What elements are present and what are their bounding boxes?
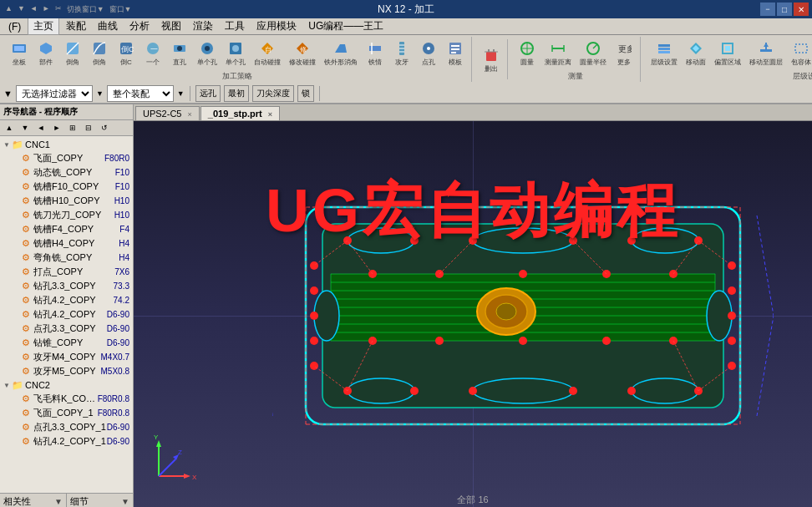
minimize-button[interactable]: － <box>760 3 775 16</box>
assembly-select[interactable]: 整个装配 <box>107 85 174 102</box>
op-icon: ⚙ <box>20 238 32 250</box>
lp-btn-5[interactable]: ⊞ <box>65 121 80 134</box>
tb-btn-zasban[interactable]: 坐板 <box>7 37 32 69</box>
menu-curve[interactable]: 曲线 <box>93 18 123 34</box>
lp-btn-3[interactable]: ◄ <box>33 121 48 134</box>
view-tab-ups2[interactable]: UPS2-C5 × <box>135 106 200 120</box>
tb-btn-chamferc[interactable]: 倒C 倒C <box>114 37 139 69</box>
window-controls[interactable]: － □ ✕ <box>760 3 809 16</box>
tree-item-bend-mill[interactable]: ⚙ 弯角铣_COPY H4 <box>0 251 133 265</box>
menu-analysis[interactable]: 分析 <box>124 18 155 34</box>
menu-view[interactable]: 视图 <box>156 18 186 34</box>
tb-btn-distance[interactable]: 测量距离 <box>541 37 575 69</box>
menu-ug-program[interactable]: UG编程——王工 <box>303 18 388 34</box>
tree-item-face-copy1[interactable]: ⚙ 飞面_COPY_1 F80R0.8 <box>0 406 133 420</box>
tb-btn-part[interactable]: 部件 <box>33 37 58 69</box>
tb-btn-radius[interactable]: 圆量半径 <box>576 37 610 69</box>
lp-btn-2[interactable]: ▼ <box>18 121 33 134</box>
lp-btn-7[interactable]: ↺ <box>97 121 112 134</box>
tree-item-cnc1[interactable]: ▼ 📁 CNC1 <box>0 138 133 151</box>
related-expand-btn[interactable]: ▼ <box>54 497 63 506</box>
tree-item-cone[interactable]: ⚙ 钻锥_COPY D6-90 <box>0 336 133 350</box>
tree-item-fly-material[interactable]: ⚙ 飞毛料K_COPY F80R0.8 <box>0 392 133 406</box>
maximize-button[interactable]: □ <box>777 3 792 16</box>
initial-btn[interactable]: 最初 <box>224 85 249 102</box>
lp-btn-6[interactable]: ⊟ <box>81 121 96 134</box>
menu-tools[interactable]: 工具 <box>220 18 250 34</box>
menu-assembly[interactable]: 装配 <box>61 18 91 34</box>
tb-btn-layer-settings[interactable]: 层级设置 <box>647 37 681 69</box>
tb-btn-single-hole2[interactable]: 单个孔 <box>222 37 249 69</box>
tap-label: 攻牙 <box>395 58 409 67</box>
tree-item-tap-m4[interactable]: ⚙ 攻牙M4_COPY M4X0.7 <box>0 350 133 364</box>
detail-expand-btn[interactable]: ▼ <box>121 497 129 506</box>
chamfer2-label: 倒角 <box>93 58 106 67</box>
menu-file[interactable]: (F) <box>3 20 26 33</box>
tb-btn-dot-hole[interactable]: 点孔 <box>416 37 441 69</box>
tb-btn-iron-clean[interactable]: 铁情 <box>363 37 388 69</box>
tree-item-slot-f4[interactable]: ⚙ 铣槽F4_COPY F4 <box>0 222 133 236</box>
tab-close-active-icon[interactable]: × <box>268 110 272 119</box>
tip-depth-btn[interactable]: 刀尖深度 <box>252 85 294 102</box>
tree-item-slot-f10[interactable]: ⚙ 铣槽F10_COPY F10 <box>0 180 133 194</box>
tb-btn-modify-collision[interactable]: 修 修改碰撞 <box>286 37 319 69</box>
move-to-layer-icon <box>757 39 775 58</box>
tb-btn-one[interactable]: 一 一个 <box>140 37 165 69</box>
chamferc-icon: 倒C <box>117 39 135 58</box>
tb-btn-bbox[interactable]: 包容体 <box>788 37 812 69</box>
close-button[interactable]: ✕ <box>794 3 809 16</box>
left-panel-header: 序导航器 - 程序顺序 <box>0 104 133 120</box>
tree-item-dotpoint[interactable]: ⚙ 打点_COPY 7X6 <box>0 265 133 279</box>
lp-btn-4[interactable]: ► <box>49 121 64 134</box>
menu-render[interactable]: 渲染 <box>188 18 218 34</box>
switch-window-btn[interactable]: 切换窗口▼ <box>65 4 106 15</box>
view-tab-019[interactable]: _019_stp.prt × <box>200 106 280 120</box>
tree-item-slot-h4[interactable]: ⚙ 铣槽H4_COPY H4 <box>0 236 133 251</box>
tb-btn-move-to-layer[interactable]: 移动至圆层 <box>746 37 786 69</box>
menu-app-module[interactable]: 应用模块 <box>251 18 302 34</box>
tb-btn-offset-region[interactable]: 偏置区域 <box>711 37 744 69</box>
toolbar-group-layer: 层级设置 移动面 偏置区域 <box>644 37 812 82</box>
op-icon: ⚙ <box>20 167 32 179</box>
menu-home[interactable]: 主页 <box>28 18 59 35</box>
tree-item-point33[interactable]: ⚙ 点孔3.3_COPY D6-90 <box>0 322 133 336</box>
tb-btn-move-face[interactable]: 移动面 <box>683 37 709 69</box>
lock-btn[interactable]: 锁 <box>297 85 314 102</box>
tree-item-drill42b[interactable]: ⚙ 钻孔4.2_COPY D6-90 <box>0 307 133 322</box>
tb-btn-hole[interactable]: 直孔 <box>167 37 192 69</box>
tree-item-drill42-1[interactable]: ⚙ 钻孔4.2_COPY_1 D6-90 <box>0 434 133 449</box>
tree-value: H4 <box>119 239 131 248</box>
tree-item-point33-1[interactable]: ⚙ 点孔3.3_COPY_1 D6-90 <box>0 420 133 434</box>
tb-btn-more-measure[interactable]: 更多 更多 <box>612 37 637 69</box>
tab-close-icon[interactable]: × <box>188 110 192 119</box>
tree-item-cnc2[interactable]: ▼ 📁 CNC2 <box>0 378 133 392</box>
delete-icon <box>482 46 500 64</box>
tree-item-drill33[interactable]: ⚙ 钻孔3.3_COPY 73.3 <box>0 279 133 293</box>
total-count: 全部 16 <box>457 494 488 504</box>
op-icon: ⚙ <box>20 195 32 207</box>
tree-item-drill42a[interactable]: ⚙ 钻孔4.2_COPY 74.2 <box>0 293 133 307</box>
tb-btn-iron-shape[interactable]: 铁外形消角 <box>321 37 361 69</box>
svg-point-13 <box>205 46 210 51</box>
remote-hole-btn[interactable]: 远孔 <box>195 85 221 102</box>
tree-item-dynamic-mill[interactable]: ⚙ 动态铣_COPY F10 <box>0 165 133 180</box>
tree-item-face-copy[interactable]: ⚙ 飞面_COPY F80R0 <box>0 151 133 165</box>
tb-btn-tap[interactable]: 攻牙 <box>389 37 414 69</box>
window-btn[interactable]: 窗口▼ <box>108 4 134 15</box>
tb-btn-circle-measure[interactable]: 圆量 <box>515 37 540 69</box>
lp-btn-1[interactable]: ▲ <box>2 121 17 134</box>
tb-btn-chamfer2[interactable]: 倒角 <box>87 37 112 69</box>
tree-item-slot-h10[interactable]: ⚙ 铣槽H10_COPY H10 <box>0 194 133 208</box>
tb-btn-single-hole1[interactable]: 单个孔 <box>194 37 221 69</box>
tree-item-tap-m5[interactable]: ⚙ 攻牙M5_COPY M5X0.8 <box>0 364 133 378</box>
tb-btn-delete[interactable]: 删出 <box>479 43 504 76</box>
viewport[interactable]: UG宏自动编程 X Y Z 全部 16 <box>134 121 812 507</box>
svg-line-155 <box>159 459 175 476</box>
tap-icon <box>393 39 411 58</box>
tb-btn-template[interactable]: 模板 <box>443 37 468 69</box>
tree-item-finish-copy[interactable]: ⚙ 铣刀光刀_COPY H10 <box>0 208 133 222</box>
tb-btn-chamfer1[interactable]: 倒角 <box>60 37 85 69</box>
quick-tools[interactable]: ▲ ▼ ◄ ► ✂ 切换窗口▼ 窗口▼ <box>3 4 134 15</box>
filter-select[interactable]: 无选择过滤器 <box>16 85 93 102</box>
tb-btn-auto-collision[interactable]: 自 自动碰撞 <box>251 37 284 69</box>
